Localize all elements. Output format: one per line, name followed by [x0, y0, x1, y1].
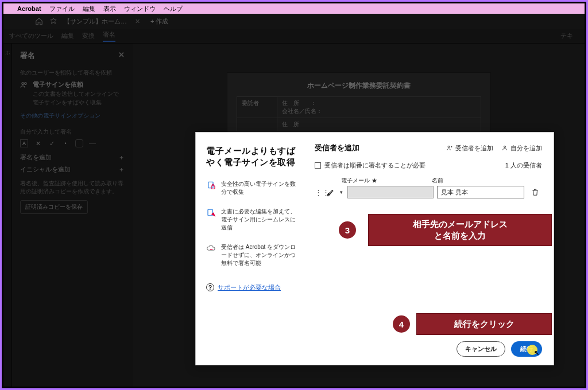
star-icon[interactable]	[50, 17, 57, 25]
mac-menubar: Acrobat ファイル 編集 表示 ウィンドウ ヘルプ	[3, 3, 585, 14]
self-sign-icons: A ✕ ✓ •	[20, 139, 125, 147]
drag-handle-icon[interactable]: ⋮⋮	[315, 188, 320, 197]
doc-row1-addr: 住 所 ：	[282, 99, 476, 107]
request-sign-desc1: この文書を送信してオンラインで	[33, 90, 125, 98]
person-icon	[501, 145, 508, 151]
doc-title: ホームページ制作業務委託契約書	[237, 81, 481, 91]
tool-convert[interactable]: 変換	[82, 32, 95, 40]
name-field-label: 名前	[432, 177, 443, 185]
add-signature[interactable]: 署名を追加	[20, 153, 52, 162]
cursor-icon: ↖	[534, 349, 539, 357]
tab-create[interactable]: + 作成	[150, 17, 168, 26]
modal-feat1: 安全性の高い電子サインを数分で収集	[221, 180, 299, 196]
request-sign-icon	[20, 81, 28, 89]
delete-recipient-icon[interactable]	[531, 188, 539, 196]
sign-side-panel: 署名 ✕ 他のユーザーを招待して署名を依頼 電子サインを依頼 この文書を送信して…	[12, 44, 133, 387]
step-3-callout: 相手先のメールアドレス と名前を入力	[368, 214, 552, 246]
send-doc-icon	[206, 208, 216, 219]
request-sign-title[interactable]: 電子サインを依頼	[33, 80, 83, 89]
support-link[interactable]: サポートが必要な場合	[218, 283, 281, 292]
tool-all-tools[interactable]: すべてのツール	[9, 32, 53, 40]
step-3-badge: 3	[339, 221, 356, 239]
add-person-icon	[446, 145, 453, 151]
svg-point-8	[328, 193, 330, 195]
doc-table: 委託者 住 所 ： 会社名／氏名： 住 所	[237, 96, 481, 131]
save-certified-copy-button[interactable]: 証明済みコピーを保存	[20, 200, 88, 214]
add-self-action[interactable]: 自分を追加	[501, 144, 542, 153]
doc-row1-label: 委託者	[237, 97, 277, 118]
svg-point-6	[448, 146, 450, 148]
svg-marker-0	[51, 18, 56, 24]
recipient-row: ⋮⋮ ▾	[315, 186, 542, 198]
menubar-appname: Acrobat	[17, 5, 41, 12]
svg-point-1	[22, 83, 24, 85]
home-icon[interactable]	[35, 17, 43, 25]
continue-button[interactable]: 続行 ↖	[511, 341, 542, 357]
modal-headline: 電子メールよりもすば やく電子サインを取得	[206, 145, 299, 169]
sign-in-order-checkbox[interactable]	[315, 162, 321, 169]
modal-right-title: 受信者を追加	[315, 143, 359, 153]
tool-sign[interactable]: 署名	[103, 30, 115, 42]
step-4-badge: 4	[393, 315, 410, 333]
section-invite-label: 他のユーザーを招待して署名を依頼	[20, 69, 125, 77]
doc-row1-name: 会社名／氏名：	[282, 107, 476, 115]
panel-close-icon[interactable]: ✕	[118, 50, 125, 61]
check-tool-icon[interactable]: ✓	[48, 139, 56, 147]
self-sign-label: 自分で入力して署名	[20, 128, 125, 136]
other-esign-options[interactable]: その他の電子サインオプション	[20, 112, 125, 120]
lock-doc-icon	[206, 181, 216, 191]
recipient-email-input[interactable]	[347, 186, 434, 198]
svg-point-7	[504, 146, 506, 148]
circle-tool-icon[interactable]	[75, 139, 83, 147]
pen-role-icon[interactable]	[324, 186, 336, 198]
tab-close-icon[interactable]: ✕	[135, 18, 140, 25]
menu-help[interactable]: ヘルプ	[164, 5, 183, 13]
add-signature-plus-icon[interactable]: ＋	[118, 153, 125, 162]
menu-window[interactable]: ウィンドウ	[124, 5, 156, 13]
email-field-label: 電子メール ★	[341, 177, 432, 185]
document-tabs: 【サンプル】ホーム… ✕ + 作成	[3, 14, 585, 29]
menu-view[interactable]: 表示	[103, 5, 116, 13]
add-initial[interactable]: イニシャルを追加	[20, 165, 71, 174]
modal-feat2: 文書に必要な編集を加えて、電子サイン用にシームレスに送信	[221, 208, 299, 232]
line-tool-icon[interactable]	[89, 143, 96, 144]
add-recipient-action[interactable]: 受信者を追加	[446, 144, 493, 153]
document-page: ホームページ制作業務委託契約書 委託者 住 所 ： 会社名／氏名： 住 所	[227, 72, 491, 140]
sign-in-order-label: 受信者は順番に署名することが必要	[324, 161, 425, 170]
tab-sample-home[interactable]: 【サンプル】ホーム…	[64, 17, 127, 26]
left-rail: ホ	[3, 44, 12, 387]
dot-tool-icon[interactable]: •	[61, 139, 69, 147]
menu-file[interactable]: ファイル	[49, 5, 75, 13]
help-icon: ?	[206, 283, 214, 291]
panel-note: 署名後、監査証跡を使用して読み取り専用の証明済みコピーを作成できます。	[20, 180, 125, 196]
tool-edit[interactable]: 編集	[61, 32, 74, 40]
modal-feat3: 受信者は Acrobat をダウンロードせずに、オンラインかつ無料で署名可能	[221, 243, 299, 267]
cancel-button[interactable]: キャンセル	[457, 341, 505, 357]
cloud-sign-icon	[206, 244, 216, 254]
tool-right-label: テキ	[560, 32, 585, 40]
recipient-name-input[interactable]	[437, 186, 524, 198]
text-tool-icon[interactable]: A	[20, 139, 28, 147]
tool-row: すべてのツール 編集 変換 署名 テキ	[3, 29, 585, 44]
recipient-count: 1 人の受信者	[505, 161, 542, 170]
role-dropdown-caret-icon[interactable]: ▾	[340, 189, 343, 195]
svg-point-2	[25, 83, 27, 85]
panel-title: 署名	[20, 50, 35, 61]
add-initial-plus-icon[interactable]: ＋	[118, 165, 125, 174]
x-tool-icon[interactable]: ✕	[34, 139, 42, 147]
menu-edit[interactable]: 編集	[83, 5, 95, 13]
doc-row2-addr: 住 所	[282, 120, 476, 128]
request-sign-desc2: 電子サインをすばやく収集	[33, 99, 125, 106]
step-4-callout: 続行をクリック	[416, 313, 552, 335]
